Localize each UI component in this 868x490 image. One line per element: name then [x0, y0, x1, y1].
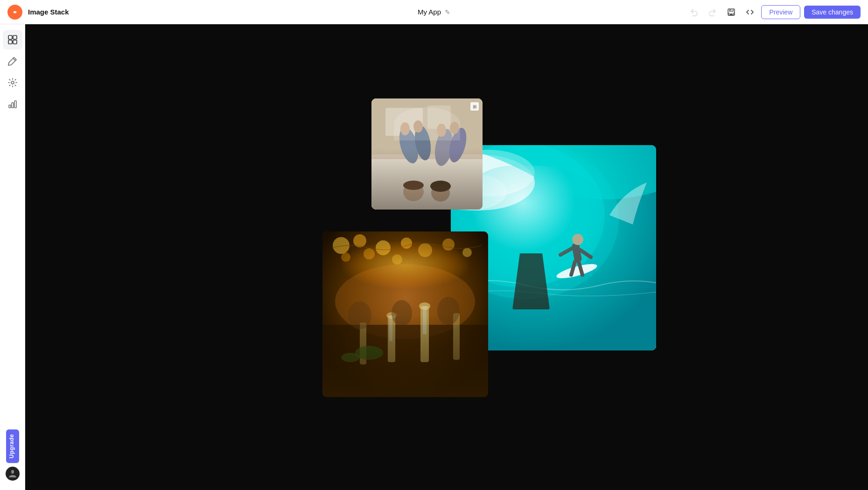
section-title: Image Stack — [28, 8, 69, 16]
svg-point-21 — [400, 122, 410, 135]
svg-rect-16 — [371, 159, 483, 210]
svg-point-24 — [450, 122, 459, 134]
svg-point-27 — [403, 181, 424, 190]
app-logo — [7, 5, 22, 20]
svg-point-25 — [403, 182, 424, 201]
redo-button[interactable] — [705, 5, 720, 20]
svg-point-60 — [341, 353, 360, 362]
svg-point-48 — [392, 254, 402, 265]
svg-rect-58 — [453, 313, 460, 360]
save-state-button[interactable] — [724, 5, 739, 20]
svg-point-46 — [341, 252, 350, 262]
svg-rect-4 — [8, 35, 12, 39]
svg-point-8 — [11, 81, 14, 84]
svg-point-62 — [392, 300, 412, 326]
topbar-actions: Preview Save changes — [686, 5, 861, 20]
svg-point-63 — [437, 297, 460, 325]
photo-1-inner — [371, 98, 483, 210]
svg-rect-54 — [388, 315, 395, 362]
svg-point-37 — [572, 234, 583, 245]
sidebar-item-settings[interactable] — [3, 73, 22, 92]
svg-point-28 — [430, 181, 451, 192]
svg-rect-56 — [389, 315, 392, 341]
svg-point-18 — [413, 124, 434, 161]
project-name-area: My App ✎ — [418, 8, 450, 16]
sidebar-item-analytics[interactable] — [3, 94, 22, 114]
svg-rect-7 — [13, 40, 17, 44]
svg-rect-2 — [730, 9, 731, 10]
image-block-1[interactable] — [371, 98, 483, 210]
svg-point-22 — [413, 120, 423, 133]
svg-point-26 — [431, 184, 450, 202]
svg-rect-6 — [8, 40, 12, 44]
svg-point-40 — [353, 234, 366, 247]
topbar: Image Stack My App ✎ — [0, 0, 868, 24]
svg-rect-3 — [730, 14, 733, 15]
image-stack — [322, 98, 649, 416]
sidebar-item-dashboard[interactable] — [3, 30, 22, 49]
svg-point-44 — [442, 238, 455, 251]
save-changes-button[interactable]: Save changes — [804, 6, 861, 19]
svg-rect-36 — [572, 243, 582, 262]
svg-rect-5 — [13, 35, 17, 39]
svg-point-42 — [401, 238, 412, 249]
resize-handle-1[interactable] — [470, 102, 479, 111]
svg-point-41 — [376, 240, 391, 255]
sidebar: Upgrade — [0, 24, 25, 490]
svg-point-39 — [333, 237, 350, 254]
undo-button[interactable] — [686, 5, 701, 20]
project-name: My App — [418, 8, 441, 16]
user-avatar[interactable] — [6, 467, 20, 481]
svg-rect-53 — [423, 306, 427, 334]
svg-point-23 — [437, 124, 446, 137]
svg-rect-50 — [322, 325, 488, 397]
svg-point-43 — [418, 243, 432, 257]
canvas-area[interactable] — [25, 24, 868, 490]
svg-point-59 — [355, 346, 383, 360]
sidebar-item-edit[interactable] — [3, 51, 22, 71]
svg-rect-15 — [427, 105, 451, 129]
svg-rect-57 — [360, 322, 366, 364]
svg-rect-10 — [12, 103, 14, 108]
svg-point-61 — [348, 301, 371, 329]
edit-project-name-icon[interactable]: ✎ — [445, 8, 450, 16]
svg-rect-11 — [14, 101, 16, 108]
code-button[interactable] — [742, 5, 757, 20]
svg-point-47 — [364, 248, 375, 259]
image-block-3[interactable] — [322, 231, 488, 397]
svg-rect-14 — [385, 108, 423, 136]
svg-rect-9 — [9, 105, 11, 108]
svg-point-45 — [462, 248, 472, 257]
svg-rect-51 — [420, 306, 429, 362]
photo-3-inner — [322, 231, 488, 397]
sidebar-bottom: Upgrade — [6, 429, 20, 484]
upgrade-button[interactable]: Upgrade — [6, 429, 19, 463]
preview-button[interactable]: Preview — [761, 5, 800, 19]
main-layout: Upgrade — [0, 24, 868, 490]
svg-rect-38 — [322, 231, 488, 397]
